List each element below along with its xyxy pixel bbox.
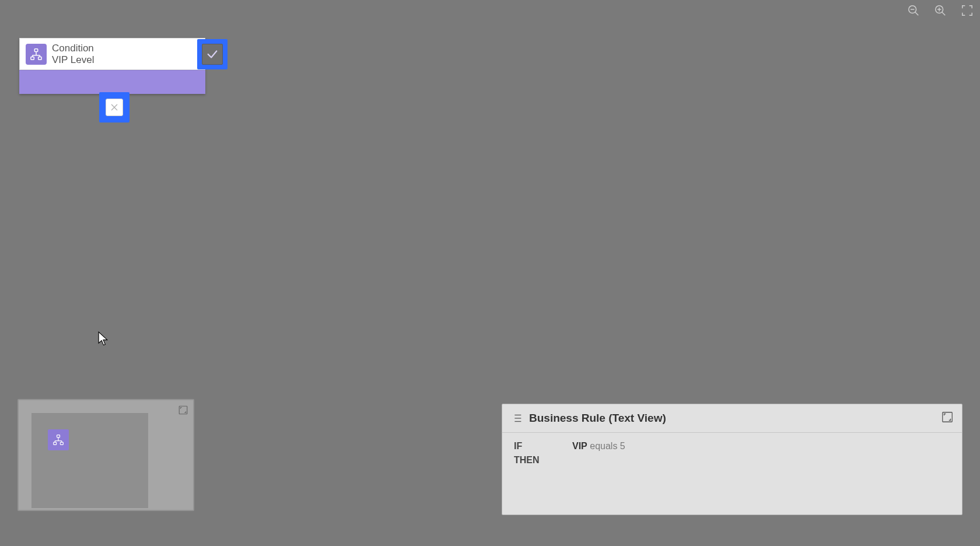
expand-icon [941,411,954,424]
close-icon [106,99,123,116]
condition-node-header[interactable]: Condition VIP Level [19,38,205,70]
then-row: THEN [514,455,950,466]
fit-screen-icon [961,4,974,17]
condition-name: VIP Level [52,54,205,66]
hierarchy-icon [52,434,64,446]
svg-rect-18 [57,435,60,438]
no-branch-connector[interactable] [99,92,130,123]
svg-rect-19 [54,442,57,444]
canvas-toolbar [905,2,975,19]
if-expression: VIP equals 5 [572,441,625,452]
hierarchy-icon [26,44,47,65]
then-keyword: THEN [514,455,572,466]
zoom-out-button[interactable] [905,2,922,19]
svg-rect-9 [38,57,41,60]
minimap-expand-button[interactable] [177,404,190,416]
svg-line-4 [942,12,946,16]
text-view-title: Business Rule (Text View) [529,412,666,425]
text-view-header: Business Rule (Text View) [502,404,962,433]
text-view-body: IF VIP equals 5 THEN [502,433,962,477]
minimap-viewport[interactable] [32,413,148,508]
expr-field: VIP [572,441,587,451]
condition-node[interactable]: Condition VIP Level [19,38,205,94]
condition-node-text: Condition VIP Level [52,38,205,69]
svg-rect-20 [60,442,63,444]
condition-node-icon-wrap [20,38,52,69]
condition-node-body[interactable] [19,70,205,94]
if-keyword: IF [514,441,572,452]
svg-rect-8 [30,57,34,60]
minimap-node-icon [48,429,69,450]
expr-operator: equals [590,441,617,451]
yes-branch-connector[interactable] [197,39,228,69]
minimap-panel[interactable] [18,399,194,511]
svg-line-1 [915,12,919,16]
zoom-out-icon [907,4,920,17]
list-icon [510,412,523,425]
condition-type-label: Condition [52,43,205,54]
if-row: IF VIP equals 5 [514,441,950,452]
zoom-in-icon [934,4,947,17]
expand-icon [178,405,188,415]
fit-to-screen-button[interactable] [959,2,975,19]
expr-value: 5 [620,441,625,451]
text-view-panel: Business Rule (Text View) IF VIP equals … [502,404,963,515]
check-icon [202,44,223,65]
mouse-cursor [98,331,108,345]
zoom-in-button[interactable] [932,2,949,19]
text-view-expand-button[interactable] [941,411,954,426]
svg-rect-7 [34,48,38,51]
